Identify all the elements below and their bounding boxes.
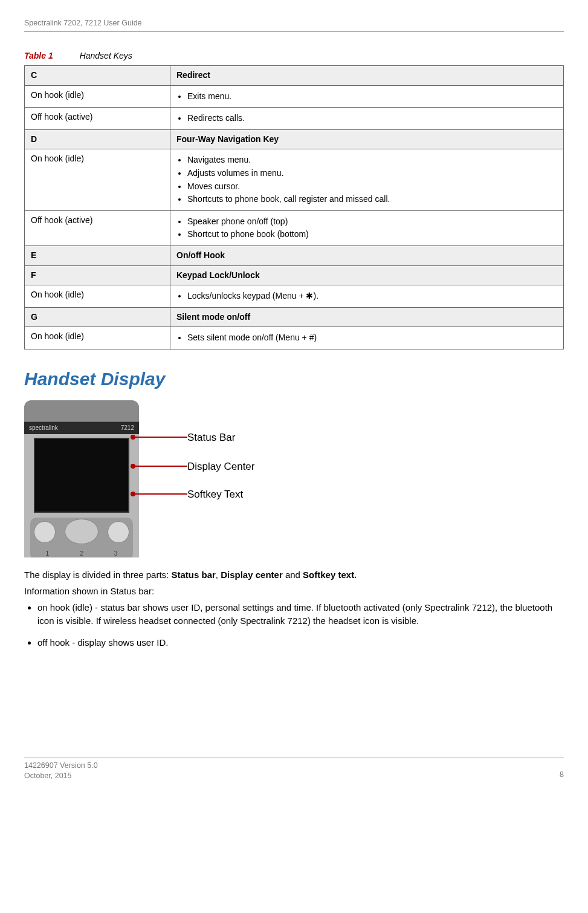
bullet-item: Sets silent mode on/off (Menu + #) <box>187 332 557 344</box>
section-letter: F <box>25 265 170 285</box>
state-cell: On hook (idle) <box>25 285 170 308</box>
doc-header: Spectralink 7202, 7212 User Guide <box>24 18 564 29</box>
table-row: On hook (idle) Navigates menu. Adjusts v… <box>25 149 564 210</box>
bullet-item: Locks/unlocks keypad (Menu + ✱). <box>187 290 557 302</box>
table-row: On hook (idle) Sets silent mode on/off (… <box>25 327 564 349</box>
bold-text: Status bar <box>171 570 215 580</box>
footer-version: 14226907 Version 5.0 <box>24 761 98 770</box>
callout-status-bar: Status Bar <box>187 431 235 445</box>
section-heading: Handset Display <box>24 366 564 392</box>
section-label: Silent mode on/off <box>170 307 564 327</box>
section-label: Four-Way Navigation Key <box>170 129 564 149</box>
section-letter: E <box>25 246 170 266</box>
phone-brand-bar: spectralink 7212 <box>24 422 139 434</box>
desc-cell: Exits menu. <box>170 85 564 108</box>
table-number: Table 1 <box>24 51 53 60</box>
phone-illustration: spectralink 7212 1 2 3 <box>24 400 139 557</box>
table-title: Handset Keys <box>80 51 132 60</box>
bullet-item: Exits menu. <box>187 91 557 103</box>
section-label: On/off Hook <box>170 246 564 266</box>
phone-screen <box>34 438 129 513</box>
key-1: 1 <box>45 549 49 557</box>
text: The display is divided in three parts: <box>24 570 171 580</box>
phone-earpiece <box>24 400 139 422</box>
desc-cell: Sets silent mode on/off (Menu + #) <box>170 327 564 349</box>
section-label: Keypad Lock/Unlock <box>170 265 564 285</box>
nav-key-icon <box>65 519 99 544</box>
table-caption: Table 1 Handset Keys <box>24 50 564 62</box>
table-row: Off hook (active) Redirects calls. <box>25 108 564 130</box>
desc-cell: Locks/unlocks keypad (Menu + ✱). <box>170 285 564 308</box>
state-cell: Off hook (active) <box>25 210 170 245</box>
paragraph: The display is divided in three parts: S… <box>24 568 564 581</box>
table-section-row: D Four-Way Navigation Key <box>25 129 564 149</box>
state-cell: Off hook (active) <box>25 108 170 130</box>
handset-diagram: spectralink 7212 1 2 3 Status Bar Displa… <box>24 400 564 557</box>
page-number: 8 <box>560 770 564 781</box>
bullet-item: Shortcut to phone book (bottom) <box>187 229 557 241</box>
table-row: On hook (idle) Exits menu. <box>25 85 564 108</box>
text: and <box>283 570 303 580</box>
bullet-item: Moves cursor. <box>187 181 557 193</box>
table-section-row: G Silent mode on/off <box>25 307 564 327</box>
table-row: On hook (idle) Locks/unlocks keypad (Men… <box>25 285 564 308</box>
text: , <box>216 570 221 580</box>
page-footer: 14226907 Version 5.0 October, 2015 8 <box>24 758 564 781</box>
callout-softkey-text: Softkey Text <box>187 487 243 502</box>
key-2: 2 <box>80 549 83 557</box>
bold-text: Display center <box>221 570 283 580</box>
table-section-row: C Redirect <box>25 66 564 86</box>
callout-lines <box>139 400 187 557</box>
callout-line-icon <box>133 466 187 467</box>
desc-cell: Speaker phone on/off (top) Shortcut to p… <box>170 210 564 245</box>
body-list: on hook (idle) - status bar shows user I… <box>24 601 564 649</box>
key-3: 3 <box>114 549 118 557</box>
table-section-row: F Keypad Lock/Unlock <box>25 265 564 285</box>
bullet-item: Adjusts volumes in menu. <box>187 167 557 180</box>
phone-brand-text: spectralink <box>29 424 58 432</box>
paragraph: Information shown in Status bar: <box>24 585 564 597</box>
callout-display-center: Display Center <box>187 460 255 474</box>
bold-text: Softkey text. <box>303 570 357 580</box>
desc-cell: Redirects calls. <box>170 108 564 130</box>
phone-model-text: 7212 <box>121 424 134 432</box>
bullet-item: Navigates menu. <box>187 154 557 166</box>
callout-line-icon <box>133 493 187 495</box>
section-letter: G <box>25 307 170 327</box>
state-cell: On hook (idle) <box>25 149 170 210</box>
table-row: Off hook (active) Speaker phone on/off (… <box>25 210 564 245</box>
desc-cell: Navigates menu. Adjusts volumes in menu.… <box>170 149 564 210</box>
handset-keys-table: C Redirect On hook (idle) Exits menu. Of… <box>24 65 564 349</box>
table-section-row: E On/off Hook <box>25 246 564 266</box>
section-label: Redirect <box>170 66 564 86</box>
state-cell: On hook (idle) <box>25 85 170 108</box>
section-letter: C <box>25 66 170 86</box>
callout-line-icon <box>133 437 187 438</box>
phone-keypad-area: 1 2 3 <box>30 518 133 557</box>
list-item: on hook (idle) - status bar shows user I… <box>37 601 564 628</box>
footer-date: October, 2015 <box>24 771 98 781</box>
bullet-item: Redirects calls. <box>187 112 557 125</box>
header-rule <box>24 31 564 32</box>
list-item: off hook - display shows user ID. <box>37 636 564 649</box>
bullet-item: Shortcuts to phone book, call register a… <box>187 193 557 206</box>
bullet-item: Speaker phone on/off (top) <box>187 216 557 228</box>
section-letter: D <box>25 129 170 149</box>
state-cell: On hook (idle) <box>25 327 170 349</box>
